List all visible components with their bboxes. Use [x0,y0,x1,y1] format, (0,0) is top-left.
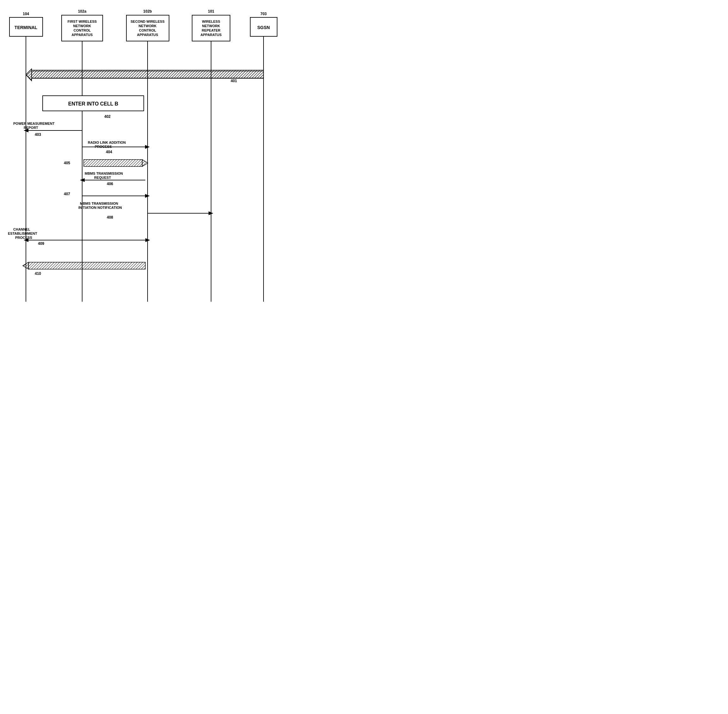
svg-text:NETWORK: NETWORK [73,24,91,28]
label-mbms-init-1: MBMS TRANSMISSION [80,202,118,206]
second-wnca-box [126,15,169,41]
svg-text:WIRELESS: WIRELESS [202,20,220,23]
arrow-410 [23,262,146,269]
arrow-408-head [209,212,213,215]
svg-rect-22 [84,159,142,166]
label-mbms-init-2: INITIATION NOTIFICATION [78,206,122,210]
label-pwr-meas-2: REPORT [24,126,38,129]
arrow-409-head-right [146,238,150,242]
svg-text:TERMINAL: TERMINAL [15,25,38,30]
arrow-401 [26,69,264,81]
svg-text:CONTROL: CONTROL [74,28,91,32]
ref-102b: 102b [143,9,152,14]
ref-407: 407 [64,192,70,196]
label-channel-3: PROCESS [15,236,32,240]
arrow-403-head [24,129,29,132]
terminal-box [9,17,43,36]
arrow-405 [84,159,148,166]
svg-text:CONTROL: CONTROL [139,28,156,32]
arrow-406-head [80,178,85,182]
svg-text:SECOND WIRELESS: SECOND WIRELESS [131,20,165,23]
ref-410: 410 [35,272,41,276]
arrow-409-head-left [24,238,29,242]
label-channel-1: CHANNEL [13,228,30,231]
svg-text:NETWORK: NETWORK [202,24,220,28]
first-wnca-box [62,15,103,41]
ref-403: 403 [35,132,41,137]
svg-text:APPARATUS: APPARATUS [137,33,158,37]
ref-409: 409 [38,242,44,246]
svg-marker-19 [26,69,264,81]
ref-406: 406 [107,182,113,186]
cell-b-label: ENTER INTO CELL B [68,101,119,106]
ref-102a: 102a [78,9,87,14]
svg-text:APPARATUS: APPARATUS [72,33,93,37]
diagram-container: TERMINAL FIRST WIRELESS NETWORK CONTROL … [0,0,284,310]
svg-marker-25 [23,262,29,269]
label-mbms-req-1: MBMS TRANSMISSION [85,171,123,176]
arrow-404-head [145,145,150,149]
svg-text:APPARATUS: APPARATUS [201,33,222,37]
arrow-401-redraw [26,69,264,80]
ref-703: 703 [260,12,267,16]
svg-text:FIRST WIRELESS: FIRST WIRELESS [68,20,97,23]
svg-text:REPEATER: REPEATER [201,28,220,32]
svg-rect-24 [29,262,146,269]
label-radio-link-2: PROCESS [95,145,112,148]
label-pwr-meas-1: POWER MEASUREMENT [13,122,55,125]
label-radio-link-1: RADIO LINK ADDITION [88,141,126,144]
sequence-diagram-svg: TERMINAL FIRST WIRELESS NETWORK CONTROL … [0,0,284,310]
label-mbms-req-2: REQUEST [94,176,111,180]
ref-104: 104 [23,12,29,16]
sgsn-box [250,17,277,36]
wnra-box [192,15,230,41]
svg-marker-23 [142,159,148,166]
ref-405: 405 [64,161,70,165]
arrow-407-head [145,194,150,198]
svg-text:NETWORK: NETWORK [139,24,157,28]
svg-text:SGSN: SGSN [257,25,270,30]
ref-101: 101 [208,9,214,14]
label-channel-2: ESTABLISHMENT [8,232,37,236]
ref-402: 402 [104,114,111,119]
svg-rect-20 [32,71,264,78]
label-401: 401 [231,79,237,83]
ref-404: 404 [106,150,112,154]
ref-408: 408 [107,215,113,220]
cell-b-box [43,96,144,111]
svg-marker-21 [26,69,32,80]
